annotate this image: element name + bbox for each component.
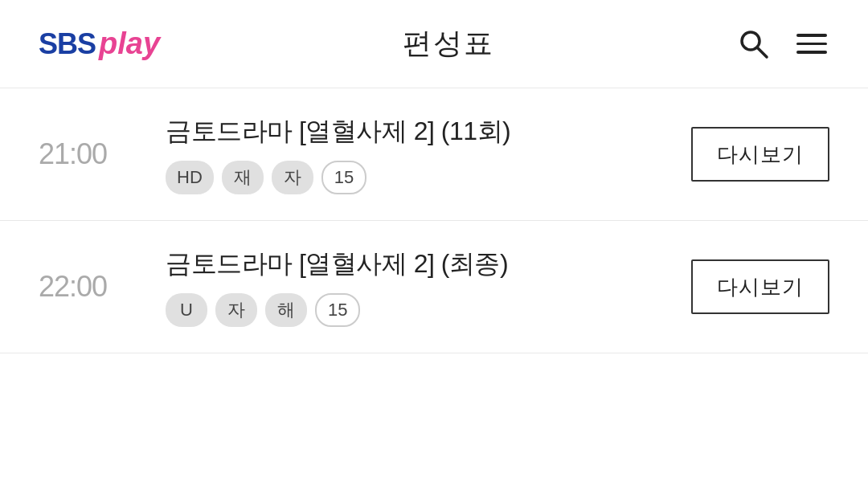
search-icon[interactable]: [736, 27, 772, 62]
program-time: 22:00: [39, 270, 143, 304]
logo-play: play: [99, 27, 160, 61]
header-icons: [736, 27, 829, 62]
program-tag: 15: [315, 293, 360, 327]
program-tag: 재: [222, 161, 264, 194]
program-tags: U자해15: [166, 293, 667, 327]
watch-again-button[interactable]: 다시보기: [691, 127, 829, 182]
menu-bar-bottom: [796, 51, 827, 54]
program-tag: U: [166, 293, 207, 327]
program-tag: 15: [321, 161, 366, 194]
program-tag: 해: [265, 293, 307, 327]
menu-bar-top: [796, 34, 827, 37]
program-action: 다시보기: [691, 127, 829, 182]
program-info: 금토드라마 [열혈사제 2] (11회)HD재자15: [143, 114, 667, 194]
program-tag: 자: [272, 161, 313, 194]
program-info: 금토드라마 [열혈사제 2] (최종)U자해15: [143, 247, 667, 327]
svg-line-1: [757, 47, 767, 57]
program-action: 다시보기: [691, 259, 829, 314]
program-item: 21:00금토드라마 [열혈사제 2] (11회)HD재자15다시보기: [0, 88, 868, 221]
page-title: 편성표: [403, 24, 494, 63]
app-header: SBSplay 편성표: [0, 0, 868, 88]
program-title: 금토드라마 [열혈사제 2] (최종): [166, 247, 667, 282]
menu-bar-middle: [796, 43, 827, 46]
logo: SBSplay: [39, 27, 160, 61]
program-item: 22:00금토드라마 [열혈사제 2] (최종)U자해15다시보기: [0, 221, 868, 353]
program-tags: HD재자15: [166, 161, 667, 194]
program-list: 21:00금토드라마 [열혈사제 2] (11회)HD재자15다시보기22:00…: [0, 88, 868, 353]
program-tag: HD: [166, 161, 214, 194]
program-title: 금토드라마 [열혈사제 2] (11회): [166, 114, 667, 149]
watch-again-button[interactable]: 다시보기: [691, 259, 829, 314]
program-time: 21:00: [39, 137, 143, 171]
hamburger-menu-icon[interactable]: [794, 27, 829, 62]
logo-sbs: SBS: [39, 27, 96, 61]
program-tag: 자: [215, 293, 257, 327]
